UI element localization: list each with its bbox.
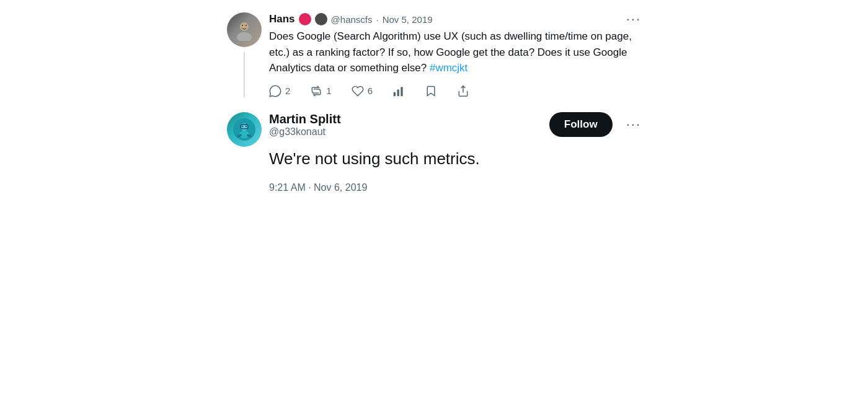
- hans-handle[interactable]: @hanscfs: [331, 14, 373, 25]
- reply-header-row: Martin Splitt @g33konaut Follow ···: [269, 112, 641, 138]
- original-tweet-header: Hans @hanscfs · Nov 5, 2019 ···: [269, 12, 641, 26]
- hashtag-wmcjkt[interactable]: #wmcjkt: [430, 62, 467, 74]
- hans-name: Hans: [269, 13, 295, 25]
- share-icon: [457, 85, 469, 97]
- reply-more-button[interactable]: ···: [626, 118, 641, 131]
- martin-avatar[interactable]: [227, 112, 262, 147]
- like-action[interactable]: 6: [352, 85, 373, 97]
- svg-rect-8: [401, 87, 402, 96]
- martin-name: Martin Splitt: [269, 112, 341, 126]
- retweet-icon: [310, 85, 322, 97]
- original-tweet-date: Nov 5, 2019: [383, 14, 433, 25]
- analytics-icon: [392, 85, 405, 97]
- tweet-thread: Hans @hanscfs · Nov 5, 2019 ··· Does Goo…: [217, 0, 651, 201]
- svg-rect-6: [394, 92, 396, 96]
- original-tweet-text: Does Google (Search Algorithm) use UX (s…: [269, 28, 641, 76]
- dark-badge-icon: [315, 13, 327, 25]
- reply-count: 2: [285, 85, 290, 96]
- thread-line: [244, 52, 245, 97]
- svg-point-3: [242, 25, 243, 26]
- reply-timestamp: 9:21 AM · Nov 6, 2019: [269, 182, 641, 193]
- share-action[interactable]: [457, 85, 469, 97]
- retweet-count: 1: [326, 85, 331, 96]
- like-count: 6: [368, 85, 373, 96]
- svg-point-1: [237, 32, 252, 41]
- bookmark-icon: [425, 85, 437, 97]
- svg-point-12: [246, 125, 247, 126]
- reply-tweet-text: We're not using such metrics.: [269, 147, 641, 170]
- reply-header-actions: Follow ···: [549, 112, 641, 137]
- bookmark-action[interactable]: [425, 85, 437, 97]
- reply-tweet-content: Martin Splitt @g33konaut Follow ··· We'r…: [269, 112, 641, 193]
- retweet-action[interactable]: 1: [310, 85, 331, 97]
- original-tweet: Hans @hanscfs · Nov 5, 2019 ··· Does Goo…: [227, 12, 641, 105]
- analytics-action[interactable]: [392, 85, 405, 97]
- svg-point-4: [246, 25, 247, 26]
- like-icon: [352, 85, 364, 97]
- follow-button[interactable]: Follow: [549, 112, 613, 137]
- martin-handle[interactable]: @g33konaut: [269, 126, 341, 138]
- reply-action[interactable]: 2: [269, 85, 290, 97]
- original-avatar-col: [227, 12, 262, 97]
- svg-point-11: [242, 125, 243, 126]
- reply-author-info: Martin Splitt @g33konaut: [269, 112, 341, 138]
- original-tweet-actions: 2 1 6: [269, 85, 641, 97]
- svg-rect-7: [397, 89, 399, 96]
- original-tweet-content: Hans @hanscfs · Nov 5, 2019 ··· Does Goo…: [269, 12, 641, 97]
- reply-avatar-col: [227, 112, 262, 193]
- reply-icon: [269, 85, 281, 97]
- reply-tweet: Martin Splitt @g33konaut Follow ··· We'r…: [227, 105, 641, 201]
- separator-dot: ·: [376, 14, 379, 25]
- red-badge-icon: [299, 13, 311, 25]
- hans-avatar[interactable]: [227, 12, 262, 47]
- original-more-button[interactable]: ···: [626, 12, 641, 26]
